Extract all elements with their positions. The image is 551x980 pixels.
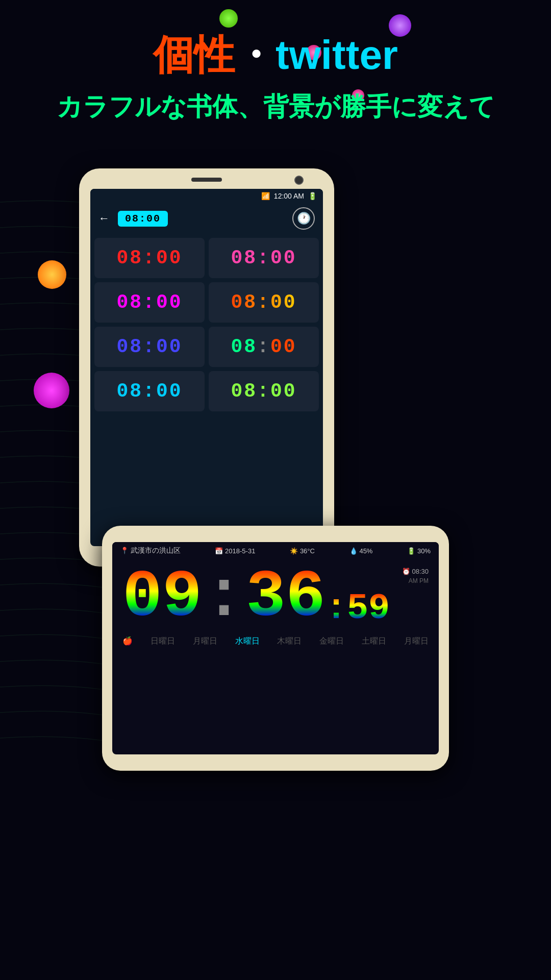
phone-mockup-2: 📍 武漢市の洪山区 📅 2018-5-31 ☀️ 36°C 💧 45% 🔋 30… [102, 526, 449, 771]
phone-camera [294, 176, 304, 185]
phone-screen-1: 📶 12:00 AM 🔋 ← 08:00 🕐 08:00 08:00 [90, 189, 323, 546]
clock-cell-3[interactable]: 08:00 [94, 282, 205, 323]
weekday-wed-active: 水曜日 [235, 636, 260, 647]
clock-cell-5[interactable]: 08:00 [94, 327, 205, 367]
phone-screen-2: 📍 武漢市の洪山区 📅 2018-5-31 ☀️ 36°C 💧 45% 🔋 30… [112, 542, 439, 754]
big-clock-seconds: :59 [325, 591, 390, 627]
phone-nav: ← 08:00 🕐 [90, 203, 323, 234]
title-kanji: 個性 [153, 32, 235, 78]
clock-cell-7[interactable]: 08:00 [94, 371, 205, 411]
title-dot: ・ [235, 32, 276, 78]
title-twitter: twitter [276, 32, 398, 78]
weekday-mon: 月曜日 [193, 636, 217, 647]
clock-cell-1[interactable]: 08:00 [94, 238, 205, 278]
clock-grid: 08:00 08:00 08:00 08:00 08:00 [90, 234, 323, 415]
phone-mockup-1: 📶 12:00 AM 🔋 ← 08:00 🕐 08:00 08:00 [79, 168, 334, 567]
orb-magenta [34, 373, 69, 408]
clock-cell-2[interactable]: 08:00 [209, 238, 319, 278]
clock-cell-4[interactable]: 08:00 [209, 282, 319, 323]
weekday-thu: 木曜日 [277, 636, 302, 647]
weekday-fri: 金曜日 [319, 636, 344, 647]
clock-cell-8[interactable]: 08:00 [209, 371, 319, 411]
temp-display: ☀️ 36°C [290, 547, 315, 555]
background: 個性・twitter カラフルな书体、背景が勝手に変えて 📶 12:00 AM … [0, 0, 551, 980]
humidity-display: 💧 45% [349, 547, 373, 555]
phone2-info-bar: 📍 武漢市の洪山区 📅 2018-5-31 ☀️ 36°C 💧 45% 🔋 30… [112, 542, 439, 559]
clock-display-8: 08:00 [231, 380, 296, 402]
status-time: 12:00 AM [274, 192, 304, 200]
phone-speaker [191, 178, 222, 182]
back-button[interactable]: ← [98, 212, 110, 225]
weekday-fruit: 🍎 [122, 636, 133, 647]
big-clock-hours: 09 [122, 565, 202, 631]
subtitle: カラフルな书体、背景が勝手に変えて [0, 90, 551, 124]
alarm-info: ⏰ 08:30 AM PM [402, 568, 429, 584]
clock-display-1: 08:00 [116, 247, 182, 269]
clock-display-4: 08:00 [231, 291, 296, 313]
clock-icon-nav[interactable]: 🕐 [292, 207, 315, 230]
wifi-icon: 📶 [261, 192, 270, 200]
weekday-sat: 土曜日 [362, 636, 386, 647]
location: 📍 武漢市の洪山区 [120, 546, 181, 555]
big-clock-minutes: 36 [246, 565, 325, 631]
weekday-sun: 日曜日 [151, 636, 175, 647]
big-clock-separator: : [204, 565, 244, 631]
date-display: 📅 2018-5-31 [215, 547, 255, 555]
battery-icon: 🔋 [308, 192, 317, 200]
orb-orange [38, 260, 66, 289]
phone2-main-clock: 09 : 36 :59 ⏰ 08:30 AM PM [112, 559, 439, 631]
app-title: 個性・twitter [0, 31, 551, 80]
clock-display-2: 08:00 [231, 247, 296, 269]
status-bar: 📶 12:00 AM 🔋 [90, 189, 323, 203]
weekday-mon2: 月曜日 [404, 636, 429, 647]
clock-display-6: 08:00 [231, 336, 296, 358]
orb-green [219, 9, 238, 28]
clock-display-3: 08:00 [116, 291, 182, 313]
clock-display-5: 08:00 [116, 336, 182, 358]
header: 個性・twitter カラフルな书体、背景が勝手に変えて [0, 31, 551, 124]
selected-time[interactable]: 08:00 [118, 211, 168, 227]
battery-display: 🔋 30% [407, 547, 431, 555]
clock-display-7: 08:00 [116, 380, 182, 402]
clock-cell-6[interactable]: 08:00 [209, 327, 319, 367]
